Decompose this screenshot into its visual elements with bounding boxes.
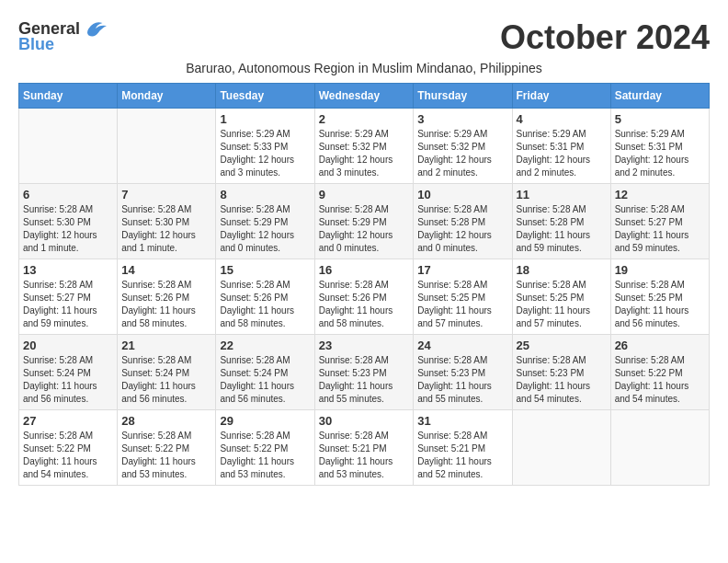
day-info: Sunrise: 5:28 AM Sunset: 5:22 PM Dayligh… xyxy=(23,430,113,481)
day-info: Sunrise: 5:28 AM Sunset: 5:25 PM Dayligh… xyxy=(417,279,507,330)
day-number: 13 xyxy=(23,263,113,277)
day-number: 21 xyxy=(121,339,211,352)
day-number: 27 xyxy=(23,414,113,428)
day-number: 22 xyxy=(220,339,310,352)
day-number: 5 xyxy=(615,112,705,126)
day-number: 24 xyxy=(417,339,507,352)
day-number: 7 xyxy=(121,188,211,201)
table-row: 25Sunrise: 5:28 AM Sunset: 5:23 PM Dayli… xyxy=(512,335,610,410)
day-info: Sunrise: 5:28 AM Sunset: 5:23 PM Dayligh… xyxy=(319,354,410,406)
day-info: Sunrise: 5:28 AM Sunset: 5:29 PM Dayligh… xyxy=(220,203,310,255)
day-number: 1 xyxy=(220,112,310,126)
day-info: Sunrise: 5:28 AM Sunset: 5:27 PM Dayligh… xyxy=(615,203,705,255)
table-row: 29Sunrise: 5:28 AM Sunset: 5:22 PM Dayli… xyxy=(216,410,314,486)
day-info: Sunrise: 5:28 AM Sunset: 5:25 PM Dayligh… xyxy=(517,279,607,330)
page-header: General Blue October 2024 xyxy=(18,18,710,57)
day-info: Sunrise: 5:28 AM Sunset: 5:23 PM Dayligh… xyxy=(517,354,607,406)
day-info: Sunrise: 5:28 AM Sunset: 5:24 PM Dayligh… xyxy=(220,354,310,406)
day-info: Sunrise: 5:28 AM Sunset: 5:28 PM Dayligh… xyxy=(517,203,607,255)
table-row: 15Sunrise: 5:28 AM Sunset: 5:26 PM Dayli… xyxy=(216,259,314,335)
table-row: 11Sunrise: 5:28 AM Sunset: 5:28 PM Dayli… xyxy=(512,184,610,259)
day-info: Sunrise: 5:28 AM Sunset: 5:28 PM Dayligh… xyxy=(417,203,507,255)
table-row: 9Sunrise: 5:28 AM Sunset: 5:29 PM Daylig… xyxy=(314,184,414,259)
table-row: 10Sunrise: 5:28 AM Sunset: 5:28 PM Dayli… xyxy=(414,184,512,259)
table-row xyxy=(19,109,118,184)
header-wednesday: Wednesday xyxy=(314,84,414,109)
day-number: 14 xyxy=(121,263,211,277)
day-info: Sunrise: 5:28 AM Sunset: 5:22 PM Dayligh… xyxy=(121,430,211,481)
day-info: Sunrise: 5:29 AM Sunset: 5:31 PM Dayligh… xyxy=(615,128,705,179)
header-tuesday: Tuesday xyxy=(216,84,314,109)
header-monday: Monday xyxy=(118,84,216,109)
day-info: Sunrise: 5:28 AM Sunset: 5:21 PM Dayligh… xyxy=(417,430,507,481)
day-number: 8 xyxy=(220,188,310,201)
day-number: 11 xyxy=(517,188,607,201)
day-info: Sunrise: 5:28 AM Sunset: 5:29 PM Dayligh… xyxy=(319,203,410,255)
day-info: Sunrise: 5:28 AM Sunset: 5:26 PM Dayligh… xyxy=(319,279,410,330)
day-number: 18 xyxy=(517,263,607,277)
day-number: 15 xyxy=(220,263,310,277)
table-row xyxy=(118,109,216,184)
day-info: Sunrise: 5:29 AM Sunset: 5:32 PM Dayligh… xyxy=(417,128,507,179)
table-row: 2Sunrise: 5:29 AM Sunset: 5:32 PM Daylig… xyxy=(314,109,414,184)
day-number: 12 xyxy=(615,188,705,201)
day-number: 4 xyxy=(517,112,607,126)
day-number: 25 xyxy=(517,339,607,352)
table-row: 27Sunrise: 5:28 AM Sunset: 5:22 PM Dayli… xyxy=(19,410,118,486)
day-info: Sunrise: 5:28 AM Sunset: 5:21 PM Dayligh… xyxy=(319,430,410,481)
day-info: Sunrise: 5:28 AM Sunset: 5:24 PM Dayligh… xyxy=(23,354,113,406)
table-row: 30Sunrise: 5:28 AM Sunset: 5:21 PM Dayli… xyxy=(314,410,414,486)
day-info: Sunrise: 5:28 AM Sunset: 5:23 PM Dayligh… xyxy=(417,354,507,406)
month-title: October 2024 xyxy=(500,18,710,57)
day-number: 20 xyxy=(23,339,113,352)
calendar-week-row: 27Sunrise: 5:28 AM Sunset: 5:22 PM Dayli… xyxy=(19,410,710,486)
day-number: 31 xyxy=(417,414,507,428)
table-row: 22Sunrise: 5:28 AM Sunset: 5:24 PM Dayli… xyxy=(216,335,314,410)
table-row: 16Sunrise: 5:28 AM Sunset: 5:26 PM Dayli… xyxy=(314,259,414,335)
table-row: 8Sunrise: 5:28 AM Sunset: 5:29 PM Daylig… xyxy=(216,184,314,259)
table-row: 31Sunrise: 5:28 AM Sunset: 5:21 PM Dayli… xyxy=(414,410,512,486)
day-number: 3 xyxy=(417,112,507,126)
logo-bird-icon xyxy=(82,18,109,39)
header-saturday: Saturday xyxy=(610,84,709,109)
table-row: 19Sunrise: 5:28 AM Sunset: 5:25 PM Dayli… xyxy=(610,259,709,335)
day-number: 9 xyxy=(319,188,410,201)
day-number: 6 xyxy=(23,188,113,201)
table-row: 17Sunrise: 5:28 AM Sunset: 5:25 PM Dayli… xyxy=(414,259,512,335)
table-row: 5Sunrise: 5:29 AM Sunset: 5:31 PM Daylig… xyxy=(610,109,709,184)
table-row: 12Sunrise: 5:28 AM Sunset: 5:27 PM Dayli… xyxy=(610,184,709,259)
table-row: 28Sunrise: 5:28 AM Sunset: 5:22 PM Dayli… xyxy=(118,410,216,486)
day-info: Sunrise: 5:28 AM Sunset: 5:27 PM Dayligh… xyxy=(23,279,113,330)
day-number: 17 xyxy=(417,263,507,277)
day-number: 2 xyxy=(319,112,410,126)
day-info: Sunrise: 5:28 AM Sunset: 5:24 PM Dayligh… xyxy=(121,354,211,406)
header-friday: Friday xyxy=(512,84,610,109)
day-number: 29 xyxy=(220,414,310,428)
calendar-week-row: 13Sunrise: 5:28 AM Sunset: 5:27 PM Dayli… xyxy=(19,259,710,335)
table-row: 18Sunrise: 5:28 AM Sunset: 5:25 PM Dayli… xyxy=(512,259,610,335)
day-number: 28 xyxy=(121,414,211,428)
calendar-header-row: Sunday Monday Tuesday Wednesday Thursday… xyxy=(19,84,710,109)
table-row: 20Sunrise: 5:28 AM Sunset: 5:24 PM Dayli… xyxy=(19,335,118,410)
header-sunday: Sunday xyxy=(19,84,118,109)
day-number: 30 xyxy=(319,414,410,428)
calendar-table: Sunday Monday Tuesday Wednesday Thursday… xyxy=(18,83,710,486)
day-number: 23 xyxy=(319,339,410,352)
table-row: 23Sunrise: 5:28 AM Sunset: 5:23 PM Dayli… xyxy=(314,335,414,410)
logo-blue-text: Blue xyxy=(18,35,54,54)
table-row: 1Sunrise: 5:29 AM Sunset: 5:33 PM Daylig… xyxy=(216,109,314,184)
header-thursday: Thursday xyxy=(414,84,512,109)
calendar-week-row: 6Sunrise: 5:28 AM Sunset: 5:30 PM Daylig… xyxy=(19,184,710,259)
table-row: 4Sunrise: 5:29 AM Sunset: 5:31 PM Daylig… xyxy=(512,109,610,184)
day-info: Sunrise: 5:28 AM Sunset: 5:22 PM Dayligh… xyxy=(220,430,310,481)
table-row: 21Sunrise: 5:28 AM Sunset: 5:24 PM Dayli… xyxy=(118,335,216,410)
table-row: 13Sunrise: 5:28 AM Sunset: 5:27 PM Dayli… xyxy=(19,259,118,335)
day-number: 10 xyxy=(417,188,507,201)
day-number: 26 xyxy=(615,339,705,352)
table-row: 14Sunrise: 5:28 AM Sunset: 5:26 PM Dayli… xyxy=(118,259,216,335)
table-row: 26Sunrise: 5:28 AM Sunset: 5:22 PM Dayli… xyxy=(610,335,709,410)
day-number: 16 xyxy=(319,263,410,277)
day-info: Sunrise: 5:28 AM Sunset: 5:30 PM Dayligh… xyxy=(23,203,113,255)
day-info: Sunrise: 5:29 AM Sunset: 5:33 PM Dayligh… xyxy=(220,128,310,179)
day-info: Sunrise: 5:28 AM Sunset: 5:25 PM Dayligh… xyxy=(615,279,705,330)
